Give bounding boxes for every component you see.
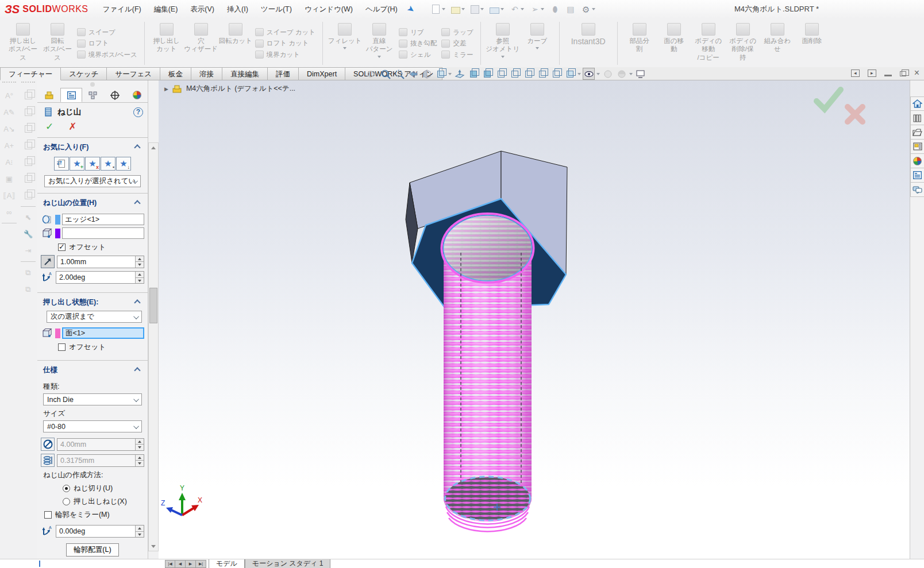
feature-manager-tab[interactable] xyxy=(38,88,60,102)
plane-icon[interactable] xyxy=(453,68,465,80)
menu-edit[interactable]: 編集(E) xyxy=(148,0,184,18)
mirror-profile-checkbox-row[interactable]: 輪郭をミラー(M) xyxy=(44,510,144,520)
extrude-thread-radio-row[interactable]: 押し出しねじ(X) xyxy=(63,497,144,507)
rotation-angle-field[interactable] xyxy=(56,525,144,538)
add-favorite-button[interactable]: ★+ xyxy=(70,157,84,171)
left-cube-icon[interactable] xyxy=(522,68,534,80)
extruded-cut-button[interactable]: 押し出し カット xyxy=(149,21,184,66)
view-orientation-icon[interactable] xyxy=(434,68,446,80)
apply-scene-icon[interactable] xyxy=(615,68,627,80)
tab-sketch[interactable]: スケッチ xyxy=(61,67,107,80)
save-favorite-button[interactable]: ★▪ xyxy=(101,157,116,171)
close-icon[interactable]: × xyxy=(914,68,919,78)
offset-angle-spinner[interactable] xyxy=(135,272,144,283)
move-face-button[interactable]: 面の移 動 xyxy=(657,21,691,66)
tab-direct-editing[interactable]: 直接編集 xyxy=(222,67,268,80)
configuration-manager-tab[interactable] xyxy=(82,88,104,102)
end-offset-checkbox[interactable] xyxy=(58,343,66,351)
orientation-cube-icon[interactable] xyxy=(20,187,37,204)
curves-button[interactable]: カーブ xyxy=(520,21,555,66)
thread-location-header[interactable]: ねじ山の位置(H) xyxy=(41,197,144,211)
new-document-button[interactable] xyxy=(429,3,447,16)
cancel-button[interactable]: ✗ xyxy=(68,121,76,133)
offset-distance-input[interactable] xyxy=(57,256,144,268)
open-document-button[interactable] xyxy=(449,3,467,16)
offset-angle-field[interactable] xyxy=(56,271,144,284)
add-note-icon[interactable]: A+ xyxy=(1,137,18,154)
right-cube-icon[interactable] xyxy=(536,68,548,80)
motion-study-tab[interactable]: モーション スタディ 1 xyxy=(245,559,331,568)
last-study-button[interactable]: ▶| xyxy=(196,560,206,568)
bolt-model[interactable]: Y X Z xyxy=(159,80,910,559)
shell-button[interactable]: シェル xyxy=(399,51,437,59)
file-properties-button[interactable]: ▤ xyxy=(564,3,577,16)
model-tab[interactable]: モデル xyxy=(209,559,245,568)
custom-properties-icon[interactable] xyxy=(910,168,924,183)
rebuild-button[interactable]: ⬮ xyxy=(548,3,561,16)
graphics-area[interactable]: ▶ M4六角ボルト (デフォルト<<テ... xyxy=(159,80,910,559)
scrollbar-thumb[interactable] xyxy=(149,288,157,323)
diameter-spinner[interactable] xyxy=(135,439,144,450)
home-icon[interactable] xyxy=(910,96,924,111)
print-button[interactable] xyxy=(488,3,506,16)
splitter-handle[interactable] xyxy=(39,561,40,567)
face-selection-field[interactable]: 面<1> xyxy=(62,327,144,339)
confirmation-corner[interactable] xyxy=(806,85,869,128)
menu-view[interactable]: 表示(V) xyxy=(184,0,221,18)
reference-geometry-button[interactable]: 参照 ジオメトリ xyxy=(486,21,520,66)
previous-study-button[interactable]: ◀ xyxy=(175,560,186,568)
file-explorer-icon[interactable] xyxy=(910,125,924,140)
menu-insert[interactable]: 挿入(I) xyxy=(221,0,255,18)
offset-checkbox[interactable] xyxy=(58,244,66,251)
panel-grip[interactable] xyxy=(90,82,95,87)
restore-icon[interactable] xyxy=(900,71,906,76)
edit-appearance-icon[interactable] xyxy=(602,68,614,80)
view-palette-icon[interactable] xyxy=(910,140,924,154)
measure-icon[interactable] xyxy=(365,68,378,80)
leader-note-icon[interactable]: A↘ xyxy=(1,121,18,137)
save-button[interactable] xyxy=(469,3,486,16)
cut-thread-radio-row[interactable]: ねじ切り(U) xyxy=(63,484,144,493)
revolved-boss-button[interactable]: 回転 ボス/ベース xyxy=(40,21,75,66)
display-style-icon[interactable] xyxy=(564,68,576,80)
move-copy-body-button[interactable]: ボディの 移動 /コピー xyxy=(691,21,726,66)
rotation-angle-spinner[interactable] xyxy=(135,526,144,537)
vertex-selection-field[interactable] xyxy=(62,227,144,239)
orientation-cube-icon[interactable] xyxy=(20,121,37,137)
tab-sheet-metal[interactable]: 板金 xyxy=(160,67,191,80)
chain-icon[interactable]: ∞ xyxy=(1,204,18,221)
tab-surfaces[interactable]: サーフェス xyxy=(107,67,160,80)
tab-weldments[interactable]: 溶接 xyxy=(191,67,222,80)
dimxpert-manager-tab[interactable] xyxy=(104,88,126,102)
delete-face-button[interactable]: 面削除 xyxy=(795,21,829,66)
extrude-thread-radio[interactable] xyxy=(63,498,70,505)
wrap-button[interactable]: ラップ xyxy=(441,28,473,36)
view-settings-monitor-icon[interactable] xyxy=(634,68,646,80)
tab-evaluate[interactable]: 評価 xyxy=(268,67,299,80)
layer-properties-icon[interactable]: ⧉ xyxy=(20,281,37,297)
tab-dimxpert[interactable]: DimXpert xyxy=(299,67,345,80)
delete-keep-body-button[interactable]: ボディの 削除/保 持 xyxy=(726,21,760,66)
menu-window[interactable]: ウィンドウ(W) xyxy=(298,0,359,18)
thread-size-dropdown[interactable]: #0-80 xyxy=(43,420,142,432)
isometric-cube-icon[interactable] xyxy=(467,68,479,80)
zoom-area-icon[interactable] xyxy=(393,68,405,80)
pitch-spinner[interactable] xyxy=(135,455,144,466)
rib-button[interactable]: リブ xyxy=(399,28,437,36)
end-offset-checkbox-row[interactable]: オフセット xyxy=(58,342,144,352)
layers-icon[interactable]: ⧉ xyxy=(20,264,37,281)
collapse-left-pane-icon[interactable]: ◂ xyxy=(851,69,860,77)
end-condition-header[interactable]: 押し出し状態(E): xyxy=(41,296,144,311)
rotation-angle-input[interactable] xyxy=(56,525,144,538)
locate-profile-button[interactable]: 輪郭配置(L) xyxy=(66,543,118,557)
hole-wizard-button[interactable]: 穴 ウィザード xyxy=(184,21,218,66)
next-study-button[interactable]: ▶ xyxy=(186,560,196,568)
options-button[interactable]: ⚙ xyxy=(579,3,597,16)
apply-defaults-button[interactable] xyxy=(54,157,69,171)
front-cube-icon[interactable] xyxy=(495,68,507,80)
orientation-cube-icon[interactable] xyxy=(20,154,37,171)
edge-selection-field[interactable]: エッジ<1> xyxy=(62,214,144,225)
display-manager-tab[interactable] xyxy=(126,88,148,102)
first-study-button[interactable]: |◀ xyxy=(165,560,175,568)
collapse-right-pane-icon[interactable]: ▸ xyxy=(868,69,876,77)
